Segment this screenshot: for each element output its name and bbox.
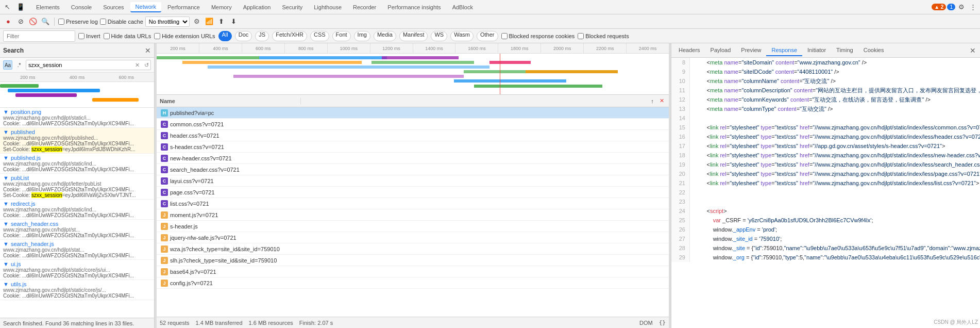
preserve-log-checkbox[interactable] (58, 19, 64, 25)
filter-ws[interactable]: WS (431, 31, 447, 41)
close-row-icon[interactable]: ✕ (658, 98, 665, 104)
tab-lighthouse[interactable]: Lighthouse (309, 3, 347, 12)
regex-button[interactable]: .* (14, 60, 24, 70)
tab-security[interactable]: Security (277, 3, 308, 12)
table-row[interactable]: J s-header.js (157, 221, 669, 232)
blocked-req-label[interactable]: Blocked requests (578, 33, 629, 39)
filter-doc[interactable]: Doc (235, 31, 252, 41)
scroll-up-icon[interactable]: ↑ (649, 98, 655, 104)
table-row[interactable]: J jquery-nfw-safe.js?v=0721 (157, 232, 669, 243)
tab-network[interactable]: Network (130, 2, 161, 12)
throttle-select[interactable]: No throttling (145, 17, 190, 27)
invert-checkbox[interactable] (78, 33, 85, 39)
stop-button[interactable]: ⊘ (15, 17, 26, 27)
hide-ext-urls-checkbox[interactable] (154, 33, 160, 39)
table-row[interactable]: C common.css?v=0721 (157, 119, 669, 130)
filter-js[interactable]: JS (255, 31, 269, 41)
tab-console[interactable]: Console (66, 3, 97, 12)
table-row[interactable]: J slh.js?check_type=site_id&site_id=7590… (157, 255, 669, 266)
table-row[interactable]: C search_header.css?v=0721 (157, 164, 669, 175)
search-close-button[interactable]: ✕ (145, 46, 151, 55)
table-row[interactable]: J config.js?v=0721 (157, 277, 669, 289)
table-row[interactable]: C s-header.css?v=0721 (157, 141, 669, 153)
case-sensitive-button[interactable]: Aa (3, 60, 12, 70)
tab-perf-insights[interactable]: Performance insights (382, 3, 446, 12)
clear-button[interactable]: 🚫 (28, 17, 38, 27)
list-item[interactable]: ▼ pubList www.zjmazhang.gov.cn/hdjlpt/le… (0, 174, 154, 200)
table-row[interactable]: H published?via=pc (157, 107, 669, 119)
download-icon[interactable]: ⬇ (229, 17, 239, 27)
list-item[interactable]: ▼ published.js www.zjmazhang.gov.cn/hdjl… (0, 154, 154, 174)
tab-sources[interactable]: Sources (98, 3, 129, 12)
hide-ext-urls-label[interactable]: Hide extension URLs (154, 33, 215, 39)
tab-payload[interactable]: Payload (705, 45, 736, 56)
wifi-icon[interactable]: 📶 (204, 17, 214, 27)
network-settings-icon[interactable]: ⚙ (192, 17, 202, 27)
filter-all[interactable]: All (218, 31, 232, 41)
table-row[interactable]: C header.css?v=0721 (157, 130, 669, 141)
hide-data-urls-checkbox[interactable] (104, 33, 110, 39)
disable-cache-checkbox[interactable] (100, 19, 106, 25)
filter-manifest[interactable]: Manifest (399, 31, 428, 41)
filter-input[interactable] (3, 30, 75, 42)
table-row[interactable]: C page.css?v=0721 (157, 187, 669, 198)
blocked-req-checkbox[interactable] (578, 33, 584, 39)
filter-img[interactable]: Img (354, 31, 370, 41)
file-icon-css: C (161, 121, 168, 128)
list-item[interactable]: ▼ redirect.js www.zjmazhang.gov.cn/hdjlp… (0, 200, 154, 220)
tab-cookies[interactable]: Cookies (858, 45, 889, 56)
row-name: C search_header.css?v=0721 (159, 166, 303, 173)
disable-cache-label[interactable]: Disable cache (100, 19, 143, 25)
list-item[interactable]: ▼ search_header.css www.zjmazhang.gov.cn… (0, 220, 154, 240)
tab-preview[interactable]: Preview (736, 45, 766, 56)
table-row[interactable]: J moment.js?v=0721 (157, 209, 669, 221)
blocked-cookies-label[interactable]: Blocked response cookies (501, 33, 575, 39)
request-url: www.zjmazhang.gov.cn/hdjlpt/static/ind..… (3, 161, 151, 167)
file-icon-css: C (161, 132, 168, 139)
table-row[interactable]: J wza.js?check_type=site_id&site_id=7590… (157, 243, 669, 255)
device-icon[interactable]: 📱 (15, 2, 26, 12)
filter-font[interactable]: Font (332, 31, 351, 41)
preserve-log-label[interactable]: Preserve log (58, 19, 98, 25)
inspect-icon[interactable]: ↖ (2, 2, 12, 12)
table-row[interactable]: C new-header.css?v=0721 (157, 153, 669, 164)
tab-memory[interactable]: Memory (206, 3, 237, 12)
search-refresh-icon[interactable]: ↺ (144, 62, 149, 69)
tab-application[interactable]: Application (238, 3, 276, 12)
invert-label[interactable]: Invert (78, 33, 100, 39)
cookie-line: Cookie: ...dil6InUwWFZOSGtSN2taTm0yUkprX… (3, 212, 151, 218)
search-network-button[interactable]: 🔍 (40, 17, 50, 27)
tab-recorder[interactable]: Recorder (348, 3, 381, 12)
table-row[interactable]: C layui.css?v=0721 (157, 175, 669, 187)
table-row[interactable]: C list.css?v=0721 (157, 198, 669, 209)
list-item[interactable]: ▼ ui.js www.zjmazhang.gov.cn/hdjlpt/stat… (0, 260, 154, 280)
tab-adblock[interactable]: AdBlock (447, 3, 478, 12)
upload-icon[interactable]: ⬆ (216, 17, 227, 27)
hide-data-urls-label[interactable]: Hide data URLs (104, 33, 151, 39)
record-button[interactable]: ● (3, 17, 13, 27)
list-item[interactable]: ▼ published www.zjmazhang.gov.cn/hdjlpt/… (0, 128, 154, 154)
list-item[interactable]: ▼ search_header.js www.zjmazhang.gov.cn/… (0, 240, 154, 260)
search-input[interactable] (26, 60, 151, 70)
line-number: 20 (671, 169, 690, 178)
close-panel-button[interactable]: ✕ (968, 46, 978, 55)
more-icon[interactable]: ⋮ (968, 2, 978, 12)
filter-media[interactable]: Media (374, 31, 396, 41)
tab-initiator[interactable]: Initiator (802, 45, 831, 56)
blocked-cookies-checkbox[interactable] (501, 33, 508, 39)
list-item[interactable]: ▼ position.png www.zjmazhang.gov.cn/hdjl… (0, 108, 154, 128)
json-icon: {} (659, 319, 666, 326)
filter-css[interactable]: CSS (310, 31, 329, 41)
tab-timing[interactable]: Timing (831, 45, 858, 56)
filter-wasm[interactable]: Wasm (450, 31, 474, 41)
settings-icon[interactable]: ⚙ (956, 2, 967, 12)
filter-other[interactable]: Other (477, 31, 498, 41)
table-row[interactable]: J base64.js?v=0721 (157, 266, 669, 277)
tab-headers[interactable]: Headers (673, 45, 705, 56)
tab-performance[interactable]: Performance (162, 3, 205, 12)
tab-response[interactable]: Response (766, 45, 802, 56)
tab-elements[interactable]: Elements (31, 3, 65, 12)
search-clear-icon[interactable]: ✕ (135, 62, 140, 69)
filter-fetch-xhr[interactable]: Fetch/XHR (272, 31, 307, 41)
list-item[interactable]: ▼ utils.js www.zjmazhang.gov.cn/hdjlpt/s… (0, 280, 154, 300)
